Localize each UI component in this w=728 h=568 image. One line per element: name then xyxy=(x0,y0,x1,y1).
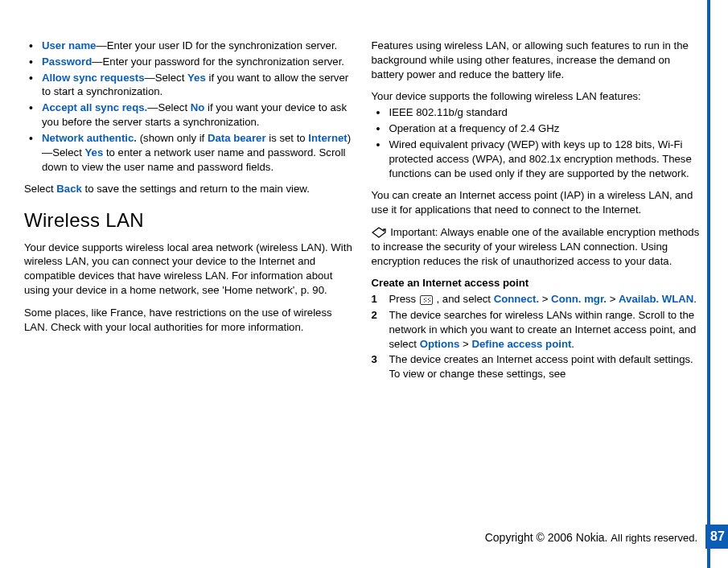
text: > xyxy=(539,293,551,305)
menu-define-ap: Define access point xyxy=(471,338,571,350)
page-number-box: 87 xyxy=(705,525,728,549)
list-item: Wired equivalent privacy (WEP) with keys… xyxy=(372,138,705,180)
menu-connect: Connect. xyxy=(494,293,539,305)
list-item: Password—Enter your password for the syn… xyxy=(24,55,357,69)
setting-term: Accept all sync reqs. xyxy=(42,101,147,113)
paragraph: Select Back to save the settings and ret… xyxy=(24,182,357,196)
option-internet: Internet xyxy=(308,132,347,144)
heading-create-iap: Create an Internet access point xyxy=(372,276,705,290)
step-number: 2 xyxy=(372,308,377,323)
list-item: Accept all sync reqs.—Select No if you w… xyxy=(24,101,357,130)
important-note: Important: Always enable one of the avai… xyxy=(372,225,705,268)
page-number: 87 xyxy=(710,529,725,544)
text: Important: Always enable one of the avai… xyxy=(372,226,700,267)
setting-desc: —Select xyxy=(147,101,191,113)
settings-list: User name—Enter your user ID for the syn… xyxy=(24,39,357,174)
list-item: Network authentic. (shown only if Data b… xyxy=(24,131,357,174)
setting-desc: —Select xyxy=(145,72,188,84)
menu-key-icon xyxy=(420,295,433,305)
option-yes: Yes xyxy=(85,146,104,158)
step-number: 3 xyxy=(372,352,377,367)
paragraph: Some places, like France, have restricti… xyxy=(24,306,357,335)
paragraph: Your device supports wireless local area… xyxy=(24,241,357,298)
list-item: User name—Enter your user ID for the syn… xyxy=(24,39,357,53)
softkey-options: Options xyxy=(420,338,460,350)
option-data-bearer: Data bearer xyxy=(208,132,266,144)
copyright: Copyright © 2006 Nokia. All rights reser… xyxy=(485,531,697,544)
menu-conn-mgr: Conn. mgr. xyxy=(551,293,607,305)
step-item: 2 The device searches for wireless LANs … xyxy=(372,308,705,351)
text: Select xyxy=(24,183,56,195)
softkey-back: Back xyxy=(56,183,82,195)
page-content: User name—Enter your user ID for the syn… xyxy=(0,0,728,383)
step-number: 1 xyxy=(372,292,377,307)
steps-list: 1 Press , and select Connect. > Conn. mg… xyxy=(372,292,705,381)
heading-wireless-lan: Wireless LAN xyxy=(24,208,357,233)
features-list: IEEE 802.11b/g standard Operation at a f… xyxy=(372,105,705,180)
important-icon xyxy=(372,227,386,238)
setting-desc: —Enter your user ID for the synchronizat… xyxy=(96,39,337,51)
setting-term: Allow sync requests xyxy=(42,72,145,84)
step-item: 1 Press , and select Connect. > Conn. mg… xyxy=(372,292,705,307)
list-item: Operation at a frequency of 2.4 GHz xyxy=(372,121,705,136)
list-item: IEEE 802.11b/g standard xyxy=(372,105,705,120)
setting-desc: —Enter your password for the synchroniza… xyxy=(92,56,344,68)
option-no: No xyxy=(191,101,205,113)
text: , and select xyxy=(434,293,494,305)
setting-desc: (shown only if xyxy=(137,132,208,144)
setting-term: User name xyxy=(42,39,96,51)
paragraph: Your device supports the following wirel… xyxy=(372,89,705,104)
left-column: User name—Enter your user ID for the syn… xyxy=(24,39,357,383)
copyright-main: Copyright © 2006 Nokia. xyxy=(485,531,611,544)
right-column: Features using wireless LAN, or allowing… xyxy=(372,39,705,383)
copyright-tail: All rights reserved. xyxy=(611,532,697,544)
paragraph: You can create an Internet access point … xyxy=(372,188,705,217)
text: Press xyxy=(389,293,419,305)
text: . xyxy=(571,338,574,350)
paragraph: Features using wireless LAN, or allowing… xyxy=(372,39,705,81)
text: > xyxy=(607,293,619,305)
text: to save the settings and return to the m… xyxy=(82,183,310,195)
text: . xyxy=(693,293,697,305)
side-tab: Connectivity 87 xyxy=(707,0,728,568)
text: > xyxy=(459,338,471,350)
setting-term: Password xyxy=(42,56,92,68)
step-item: 3 The device creates an Internet access … xyxy=(372,352,705,381)
list-item: Allow sync requests—Select Yes if you wa… xyxy=(24,71,357,100)
menu-availab-wlan: Availab. WLAN xyxy=(619,293,693,305)
text: The device creates an Internet access po… xyxy=(389,353,693,380)
setting-term: Network authentic. xyxy=(42,132,137,144)
setting-desc: is set to xyxy=(266,132,309,144)
option-yes: Yes xyxy=(187,72,206,84)
